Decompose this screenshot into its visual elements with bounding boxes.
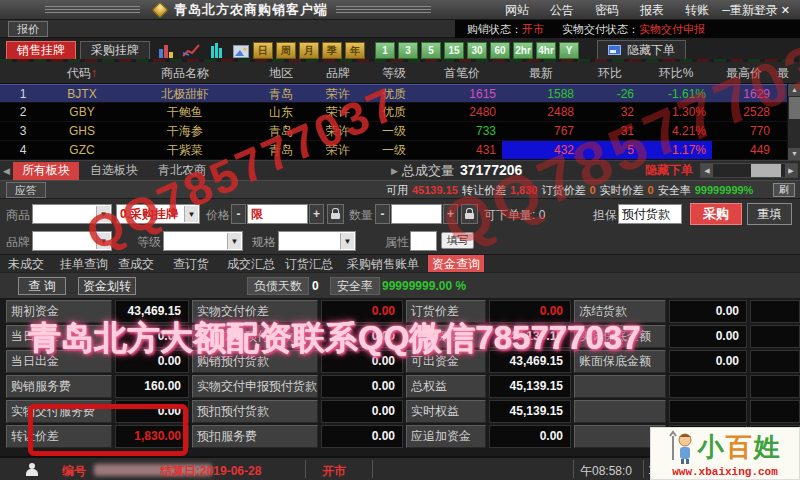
tab-trade-bill[interactable]: 采购销售账单 (343, 255, 423, 273)
hide-order-link[interactable]: 隐藏下单 (645, 162, 693, 179)
row-index: 4 (0, 141, 46, 159)
header-name[interactable]: 商品名称 (118, 62, 252, 83)
header-region[interactable]: 地区 (252, 62, 310, 83)
quantity-minus-button[interactable]: - (375, 204, 390, 224)
quote-table-header: 代码↑ 商品名称 地区 品牌 等级 首笔价 最新 环比 环比% 最高价 最 (0, 62, 800, 84)
scroll-left-icon[interactable]: ◀ (701, 164, 713, 177)
tab-goods-summary[interactable]: 订货汇总 (281, 255, 337, 273)
price-minus-button[interactable]: - (231, 204, 246, 224)
scrollbar-thumb[interactable] (751, 164, 781, 177)
menu-item-announcement[interactable]: 公告 (550, 2, 574, 19)
table-row-ghs[interactable]: 3 GHS 干海参 青岛 荣许 一级 733 767 31 4.21% 770 (0, 122, 800, 141)
tab-scroll-right-icon[interactable]: ▶ (391, 166, 398, 176)
grade-select[interactable]: ▼ (163, 231, 243, 251)
minute-button-y[interactable]: Y (559, 42, 579, 59)
header-first-price[interactable]: 首笔价 (422, 62, 502, 83)
period-button-year[interactable]: 年 (345, 42, 365, 59)
grade-label: 等级 (137, 234, 161, 251)
header-grade[interactable]: 等级 (366, 62, 422, 83)
price-plus-button[interactable]: + (309, 204, 324, 224)
header-change-pct[interactable]: 环比% (640, 62, 712, 83)
menu-item-report[interactable]: 报表 (640, 2, 664, 19)
bar-chart-icon[interactable] (157, 42, 175, 58)
minute-button-3[interactable]: 3 (398, 42, 418, 59)
header-code[interactable]: 代码↑ (46, 62, 118, 83)
table-row-bjtx[interactable]: 1 BJTX 北极甜虾 青岛 荣许 优质 1615 1588 -26 -1.61… (0, 84, 800, 103)
period-button-quarter[interactable]: 季 (322, 42, 342, 59)
funds-transfer-button[interactable]: 资金划转 (78, 277, 136, 295)
period-button-month[interactable]: 月 (299, 42, 319, 59)
listing-type-select[interactable]: 0.采购挂牌▼ (116, 204, 200, 224)
funds-label: 转让价差 (6, 425, 112, 448)
period-button-day[interactable]: 日 (253, 42, 273, 59)
table-vertical-scrollbar[interactable]: ▲ ▼ (787, 84, 800, 160)
board-tab-all[interactable]: 所有板块 (13, 162, 79, 180)
minute-button-4hr[interactable]: 4hr (536, 42, 556, 59)
guarantee-label: 担保 (593, 207, 617, 224)
spec-select[interactable]: ▼ (278, 231, 356, 251)
quantity-plus-button[interactable]: + (443, 204, 458, 224)
scrollbar-thumb[interactable] (789, 97, 800, 119)
price-lock-button[interactable] (327, 204, 344, 224)
tab-quote[interactable]: 报价 (8, 21, 48, 37)
refresh-button[interactable]: 刷 (773, 183, 795, 197)
minute-button-5[interactable]: 5 (421, 42, 441, 59)
scrollbar-track[interactable] (713, 164, 785, 177)
minute-button-15[interactable]: 15 (444, 42, 464, 59)
image-icon[interactable] (232, 42, 250, 58)
scroll-up-icon[interactable]: ▲ (788, 84, 800, 96)
minimize-button[interactable]: ─ (722, 4, 730, 16)
table-row-gby[interactable]: 2 GBY 干鲍鱼 山东 荣许 优质 2480 2488 32 1.30% 25… (0, 103, 800, 122)
board-tab-favorites[interactable]: 自选板块 (81, 162, 147, 180)
sell-listing-button[interactable]: 销售挂牌 (6, 41, 76, 60)
header-brand[interactable]: 品牌 (310, 62, 366, 83)
reset-button[interactable]: 重填 (747, 203, 792, 225)
buy-listing-button[interactable]: 采购挂牌 (80, 41, 150, 60)
tab-unfilled[interactable]: 未成交 (4, 255, 48, 273)
buy-submit-button[interactable]: 采购 (690, 203, 742, 225)
close-button[interactable]: ✕ (781, 4, 790, 17)
attribute-input[interactable] (410, 231, 437, 251)
table-row-gzc[interactable]: 4 GZC 干紫菜 青岛 荣许 一级 431 432 5 1.17% 449 (0, 141, 800, 160)
minute-button-60[interactable]: 60 (490, 42, 510, 59)
cell-brand: 荣许 (310, 141, 366, 159)
tab-funds-query[interactable]: 资金查询 (428, 255, 484, 273)
quantity-input[interactable] (391, 204, 442, 224)
cell-grade: 一级 (366, 141, 422, 159)
scroll-right-icon[interactable]: ▶ (785, 164, 797, 177)
candlestick-chart-icon[interactable] (207, 42, 225, 58)
sort-asc-icon: ↑ (91, 66, 97, 80)
scroll-down-icon[interactable]: ▼ (788, 148, 800, 160)
tab-answer[interactable]: 应答 (6, 182, 46, 198)
tab-goods-query[interactable]: 查订货 (169, 255, 213, 273)
fill-button[interactable]: 填写 (441, 232, 474, 249)
price-input[interactable]: 限 (247, 204, 308, 224)
quantity-lock-button[interactable] (461, 204, 478, 224)
brand-select[interactable]: ▼ (32, 231, 112, 251)
tab-deal-summary[interactable]: 成交汇总 (223, 255, 279, 273)
line-chart-icon[interactable] (182, 42, 200, 58)
period-button-week[interactable]: 周 (276, 42, 296, 59)
query-button[interactable]: 查 询 (18, 277, 66, 295)
minute-button-1[interactable]: 1 (375, 42, 395, 59)
product-select[interactable]: ▼ (32, 204, 112, 224)
header-last-price[interactable]: 最新 (502, 62, 580, 83)
horizontal-scrollbar[interactable]: ◀ ▶ (700, 163, 798, 178)
maximize-button[interactable]: □ (752, 4, 759, 16)
tab-order-query[interactable]: 挂单查询 (56, 255, 112, 273)
menu-item-transfer[interactable]: 转账 (685, 2, 709, 19)
minute-button-30[interactable]: 30 (467, 42, 487, 59)
guarantee-input[interactable]: 预付货款 (618, 204, 682, 224)
header-high[interactable]: 最高价 (712, 62, 776, 83)
cell-first-price: 733 (422, 122, 502, 140)
hide-order-button[interactable]: 隐藏下单 (597, 40, 686, 60)
header-change[interactable]: 环比 (580, 62, 640, 83)
board-tab-qingbei[interactable]: 青北农商 (149, 162, 215, 180)
tab-scroll-left-icon[interactable]: ◀ (3, 166, 10, 176)
menu-item-password[interactable]: 密码 (595, 2, 619, 19)
cell-grade: 优质 (366, 103, 422, 121)
menu-item-website[interactable]: 网站 (505, 2, 529, 19)
tab-filled[interactable]: 查成交 (114, 255, 158, 273)
minute-button-2hr[interactable]: 2hr (513, 42, 533, 59)
cell-name: 干鲍鱼 (118, 103, 252, 121)
